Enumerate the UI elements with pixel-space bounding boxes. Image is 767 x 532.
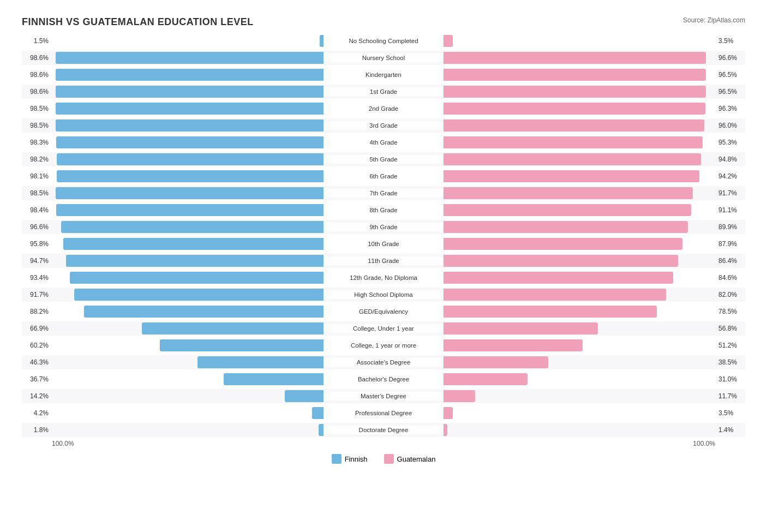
right-bar: [444, 407, 453, 419]
row-label: 12th Grade, No Diploma: [323, 273, 444, 282]
right-bar-container: [444, 255, 715, 267]
row-label: High School Diploma: [323, 290, 444, 299]
left-value: 1.5%: [22, 37, 52, 45]
left-bar: [56, 119, 323, 131]
left-bar-container: [52, 69, 323, 81]
legend-finnish-label: Finnish: [345, 455, 368, 463]
left-value: 94.7%: [22, 257, 52, 265]
row-label: 7th Grade: [323, 189, 444, 198]
right-bar-container: [444, 153, 715, 165]
right-bar: [444, 238, 682, 250]
left-bar: [285, 390, 323, 402]
left-value: 95.8%: [22, 240, 52, 248]
left-bar: [61, 221, 323, 233]
row-label: GED/Equivalency: [323, 307, 444, 316]
left-value: 93.4%: [22, 274, 52, 282]
chart-title: FINNISH VS GUATEMALAN EDUCATION LEVEL: [22, 16, 254, 28]
left-bar: [312, 407, 323, 419]
right-value: 94.8%: [715, 156, 745, 163]
left-value: 98.5%: [22, 189, 52, 197]
table-row: 98.5% 7th Grade 91.7%: [22, 186, 745, 201]
chart-body: 1.5% No Schooling Completed 3.5% 98.6% N…: [22, 33, 745, 438]
table-row: 96.6% 9th Grade 89.9%: [22, 219, 745, 235]
left-bar-container: [52, 289, 323, 301]
row-label: 1st Grade: [323, 87, 444, 96]
table-row: 98.5% 3rd Grade 96.0%: [22, 118, 745, 133]
right-bar-container: [444, 272, 715, 284]
right-bar: [444, 119, 704, 131]
left-value: 60.2%: [22, 342, 52, 349]
left-bar: [160, 339, 323, 351]
right-bar-container: [444, 424, 715, 436]
row-label: 2nd Grade: [323, 104, 444, 113]
right-bar-container: [444, 407, 715, 419]
left-value: 88.2%: [22, 308, 52, 315]
right-bar: [444, 153, 701, 165]
table-row: 98.6% 1st Grade 96.5%: [22, 84, 745, 99]
left-bar: [57, 153, 323, 165]
table-row: 66.9% College, Under 1 year 56.8%: [22, 321, 745, 336]
right-value: 96.5%: [715, 88, 745, 95]
right-bar-container: [444, 204, 715, 216]
right-bar: [444, 187, 693, 199]
legend-guatemalan-label: Guatemalan: [397, 455, 436, 463]
right-bar: [444, 136, 703, 148]
right-bar-container: [444, 69, 715, 81]
right-value: 91.7%: [715, 189, 745, 197]
right-bar-container: [444, 187, 715, 199]
left-bar-container: [52, 119, 323, 131]
right-bar: [444, 289, 666, 301]
left-bar: [56, 103, 323, 115]
row-label: Nursery School: [323, 53, 444, 62]
left-value: 4.2%: [22, 409, 52, 417]
right-value: 3.5%: [715, 409, 745, 417]
left-value: 98.6%: [22, 88, 52, 95]
left-bar: [56, 187, 323, 199]
table-row: 98.6% Kindergarten 96.5%: [22, 67, 745, 82]
chart-container: FINNISH VS GUATEMALAN EDUCATION LEVEL So…: [11, 11, 756, 475]
left-bar-container: [52, 103, 323, 115]
table-row: 14.2% Master's Degree 11.7%: [22, 388, 745, 404]
right-value: 84.6%: [715, 274, 745, 282]
legend-finnish: Finnish: [332, 454, 368, 464]
right-bar: [444, 170, 699, 182]
left-bar-container: [52, 204, 323, 216]
right-bar: [444, 322, 598, 334]
right-bar-container: [444, 339, 715, 351]
left-bar-container: [52, 153, 323, 165]
right-value: 78.5%: [715, 308, 745, 315]
right-bar: [444, 69, 706, 81]
left-bar-container: [52, 255, 323, 267]
left-bar: [142, 322, 323, 334]
left-bar-container: [52, 407, 323, 419]
right-value: 56.8%: [715, 325, 745, 332]
left-bar: [74, 289, 323, 301]
table-row: 88.2% GED/Equivalency 78.5%: [22, 304, 745, 319]
right-bar-container: [444, 306, 715, 318]
right-bar: [444, 424, 447, 436]
row-label: Master's Degree: [323, 392, 444, 401]
left-value: 98.6%: [22, 54, 52, 62]
left-bar-container: [52, 170, 323, 182]
row-label: No Schooling Completed: [323, 37, 444, 45]
table-row: 1.5% No Schooling Completed 3.5%: [22, 33, 745, 49]
left-bar-container: [52, 86, 323, 98]
right-bar-container: [444, 238, 715, 250]
left-bar: [57, 170, 323, 182]
right-bar: [444, 373, 528, 385]
left-bar: [224, 373, 323, 385]
left-bar-container: [52, 238, 323, 250]
right-value: 51.2%: [715, 342, 745, 349]
right-value: 86.4%: [715, 257, 745, 265]
right-bar: [444, 255, 678, 267]
left-bar-container: [52, 35, 323, 47]
row-label: Doctorate Degree: [323, 426, 444, 434]
right-value: 94.2%: [715, 172, 745, 180]
right-bar-container: [444, 119, 715, 131]
left-bar: [84, 306, 323, 318]
right-value: 95.3%: [715, 139, 745, 146]
chart-legend: Finnish Guatemalan: [22, 454, 745, 464]
right-bar-container: [444, 136, 715, 148]
left-value: 1.8%: [22, 426, 52, 434]
left-bar-container: [52, 136, 323, 148]
